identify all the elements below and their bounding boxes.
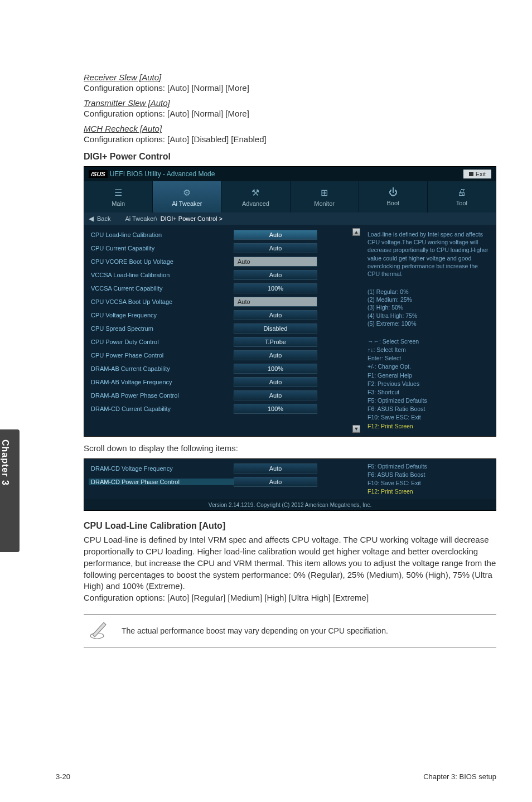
setting-value[interactable]: Auto	[234, 257, 317, 267]
bios-title: /SUS UEFI BIOS Utility - Advanced Mode	[89, 170, 215, 178]
setting-row[interactable]: CPU Load-line CalibrationAuto	[89, 228, 347, 241]
setting-row[interactable]: DRAM-AB Power Phase ControlAuto	[89, 389, 347, 402]
tab-icon: ☰	[114, 187, 122, 198]
setting-value[interactable]: Auto	[234, 270, 317, 280]
breadcrumb: ◀ Back Ai Tweaker\ DIGI+ Power Control >	[84, 212, 496, 225]
setting-label: DRAM-CD Power Phase Control	[89, 479, 234, 485]
scrollbar-2[interactable]	[352, 459, 361, 500]
setting-label: VCCSA Load-line Calibration	[89, 272, 234, 278]
tab-boot[interactable]: ⏻Boot	[359, 181, 428, 212]
setting-value[interactable]: Auto	[234, 350, 317, 360]
setting-row[interactable]: VCCSA Current Capability100%	[89, 282, 347, 294]
setting-value[interactable]: 100%	[234, 404, 317, 414]
section-heading: DIGI+ Power Control	[84, 152, 496, 162]
help-panel-2: F5: Optimized DefaultsF6: ASUS Ratio Boo…	[361, 459, 496, 500]
setting-row[interactable]: DRAM-AB Voltage FrequencyAuto	[89, 375, 347, 388]
setting-label: CPU VCORE Boot Up Voltage	[89, 258, 234, 265]
help-key: F6: ASUS Ratio Boost	[367, 405, 489, 413]
tab-label: Boot	[386, 200, 399, 206]
setting-options: Configuration options: [Auto] [Normal] […	[84, 83, 496, 93]
setting-value[interactable]: T.Probe	[234, 337, 317, 347]
exit-label: Exit	[476, 171, 486, 177]
bios-title-text: UEFI BIOS Utility - Advanced Mode	[110, 170, 215, 178]
subsection-heading: CPU Load-Line Calibration [Auto]	[84, 521, 496, 531]
tab-label: Ai Tweaker	[172, 200, 202, 207]
setting-label: DRAM-AB Power Phase Control	[89, 392, 234, 399]
setting-row[interactable]: CPU VCCSA Boot Up VoltageAuto	[89, 295, 347, 308]
setting-label: CPU Spread Spectrum	[89, 325, 234, 332]
settings-list-2: DRAM-CD Voltage FrequencyAutoDRAM-CD Pow…	[84, 459, 352, 500]
setting-value[interactable]: Auto	[234, 297, 317, 307]
help-keys-2: F5: Optimized DefaultsF6: ASUS Ratio Boo…	[367, 462, 489, 496]
setting-value[interactable]: Auto	[234, 463, 317, 474]
setting-title: Receiver Slew [Auto]	[84, 73, 496, 82]
setting-row[interactable]: DRAM-CD Power Phase ControlAuto	[89, 476, 347, 489]
asus-logo: /SUS	[89, 170, 108, 178]
setting-value[interactable]: Auto	[234, 243, 317, 253]
scroll-up-icon[interactable]: ▲	[352, 228, 360, 236]
setting-value[interactable]: Auto	[234, 377, 317, 387]
help-keys: →←: Select Screen↑↓: Select ItemEnter: S…	[367, 337, 489, 430]
back-icon[interactable]: ◀	[89, 215, 94, 223]
help-level: (2) Medium: 25%	[367, 296, 489, 303]
setting-row[interactable]: CPU Spread SpectrumDisabled	[89, 322, 347, 335]
setting-value[interactable]: Disabled	[234, 323, 317, 334]
breadcrumb-current: DIGI+ Power Control >	[161, 215, 223, 222]
tab-main[interactable]: ☰Main	[84, 181, 153, 212]
setting-row[interactable]: DRAM-CD Voltage FrequencyAuto	[89, 462, 347, 475]
setting-row[interactable]: CPU Power Phase ControlAuto	[89, 349, 347, 361]
help-key: F5: Optimized Defaults	[367, 397, 489, 404]
tab-icon: ⏻	[389, 187, 398, 197]
setting-label: CPU Power Duty Control	[89, 339, 234, 345]
setting-row[interactable]: CPU Power Duty ControlT.Probe	[89, 335, 347, 348]
setting-value[interactable]: 100%	[234, 283, 317, 293]
setting-value[interactable]: 100%	[234, 364, 317, 374]
scroll-down-icon[interactable]: ▼	[352, 425, 360, 433]
setting-row[interactable]: CPU Voltage FrequencyAuto	[89, 308, 347, 321]
setting-label: CPU Power Phase Control	[89, 352, 234, 359]
back-label[interactable]: Back	[97, 215, 110, 222]
exit-button[interactable]: Exit	[463, 170, 491, 178]
help-key: F3: Shortcut	[367, 388, 489, 396]
subsection-config: Configuration options: [Auto] [Regular] …	[84, 592, 496, 604]
setting-value[interactable]: Auto	[234, 390, 317, 400]
subsection-body: CPU Load-line is defined by Intel VRM sp…	[84, 534, 496, 592]
setting-label: CPU VCCSA Boot Up Voltage	[89, 298, 234, 305]
page-number: 3-20	[56, 772, 70, 781]
tab-advanced[interactable]: ⚒Advanced	[221, 181, 290, 212]
help-key: F10: Save ESC: Exit	[367, 413, 489, 421]
tab-label: Main	[112, 200, 125, 207]
setting-row[interactable]: CPU VCORE Boot Up VoltageAuto	[89, 255, 347, 268]
setting-label: CPU Load-line Calibration	[89, 231, 234, 238]
breadcrumb-path: Ai Tweaker\	[125, 215, 157, 222]
help-levels: (1) Regular: 0%(2) Medium: 25%(3) High: …	[367, 288, 489, 327]
chapter-footer: Chapter 3: BIOS setup	[423, 772, 496, 781]
note-icon	[87, 619, 112, 642]
tab-tool[interactable]: 🖨Tool	[428, 181, 496, 212]
setting-value[interactable]: Auto	[234, 477, 317, 487]
scroll-note: Scroll down to display the following ite…	[84, 443, 496, 453]
note-text: The actual performance boost may vary de…	[122, 626, 388, 635]
help-key: F6: ASUS Ratio Boost	[367, 471, 489, 479]
setting-row[interactable]: DRAM-AB Current Capability100%	[89, 362, 347, 375]
help-level: (5) Extreme: 100%	[367, 320, 489, 327]
tab-ai-tweaker[interactable]: ⚙Ai Tweaker	[153, 181, 221, 212]
help-level: (4) Ultra High: 75%	[367, 312, 489, 320]
setting-value[interactable]: Auto	[234, 310, 317, 320]
tab-monitor[interactable]: ⊞Monitor	[291, 181, 359, 212]
setting-row[interactable]: CPU Current CapabilityAuto	[89, 241, 347, 254]
bios-body: CPU Load-line CalibrationAutoCPU Current…	[84, 225, 496, 436]
tab-label: Monitor	[314, 200, 335, 207]
setting-row[interactable]: VCCSA Load-line CalibrationAuto	[89, 268, 347, 281]
help-description: Load-line is defined by Intel spec and a…	[367, 230, 489, 278]
scrollbar[interactable]: ▲ ▼	[352, 225, 361, 436]
setting-title: Transmitter Slew [Auto]	[84, 98, 496, 108]
setting-value[interactable]: Auto	[234, 230, 317, 240]
settings-list: CPU Load-line CalibrationAutoCPU Current…	[84, 225, 352, 436]
setting-label: DRAM-AB Current Capability	[89, 365, 234, 372]
setting-title: MCH Recheck [Auto]	[84, 124, 496, 133]
setting-row[interactable]: DRAM-CD Current Capability100%	[89, 402, 347, 415]
bios-screenshot-2: DRAM-CD Voltage FrequencyAutoDRAM-CD Pow…	[84, 458, 496, 511]
setting-label: DRAM-CD Current Capability	[89, 405, 234, 412]
tab-label: Advanced	[242, 200, 269, 207]
